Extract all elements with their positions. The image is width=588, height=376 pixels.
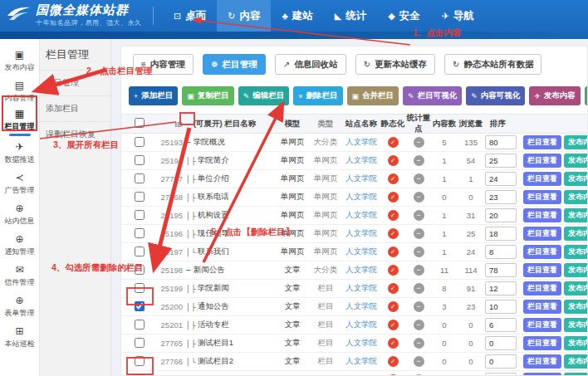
stat-off-icon[interactable]: − [414, 301, 424, 312]
static-on-icon[interactable]: ✓ [388, 356, 399, 367]
submenu-item-误删栏目恢复[interactable]: 误删栏目恢复 [40, 121, 110, 147]
sort-input[interactable] [485, 245, 517, 259]
row-site-link[interactable]: 人文学院 [342, 210, 380, 221]
栏目查看-button[interactable]: 栏目查看 [523, 354, 561, 369]
发布内容-button[interactable]: 发布内容 [564, 135, 588, 149]
column-name[interactable]: 联系电话 [198, 192, 229, 203]
sort-input[interactable] [485, 300, 517, 314]
column-name[interactable]: 学院概况 [194, 137, 225, 148]
nav-item-导航[interactable]: ✈导航 [431, 0, 485, 32]
sort-input[interactable] [485, 373, 517, 376]
static-on-icon[interactable]: ✓ [388, 228, 399, 239]
collapse-icon[interactable]: − [186, 266, 191, 275]
sidebar-item-数据推送[interactable]: ✈数据推送 [0, 138, 40, 168]
row-site-link[interactable]: 人文学院 [342, 247, 380, 257]
row-checkbox[interactable] [135, 210, 145, 220]
stat-off-icon[interactable]: − [414, 320, 424, 330]
发布内容-button[interactable]: 发布内容 [564, 373, 588, 376]
删除栏目-button[interactable]: ×删除栏目 [293, 86, 342, 105]
sort-input[interactable] [485, 172, 517, 186]
column-name[interactable]: 学院新闻 [198, 283, 229, 294]
sidebar-item-表单管理[interactable]: ⊕表单管理 [0, 291, 40, 322]
栏目查看-button[interactable]: 栏目查看 [523, 172, 561, 186]
发布内容-button[interactable]: 发布内容 [564, 245, 588, 259]
sidebar-item-栏目管理[interactable]: ▦栏目管理 [0, 107, 40, 138]
row-checkbox[interactable] [135, 283, 145, 293]
sidebar-item-通知管理[interactable]: ⊕通知管理 [0, 230, 40, 261]
发布内容-button[interactable]: 发布内容 [564, 336, 588, 350]
栏目查看-button[interactable]: 栏目查看 [523, 208, 561, 222]
static-on-icon[interactable]: ✓ [388, 210, 399, 221]
static-on-icon[interactable]: ✓ [388, 320, 399, 330]
stat-off-icon[interactable]: − [414, 283, 424, 294]
collapse-all-icon[interactable]: − [186, 120, 191, 129]
column-name[interactable]: 活动专栏 [198, 320, 229, 330]
static-on-icon[interactable]: ✓ [388, 283, 399, 294]
column-name[interactable]: 单位介绍 [198, 173, 229, 184]
内容可视化-button[interactable]: ✎内容可视化 [466, 86, 525, 105]
sidebar-item-发布内容[interactable]: ▣发布内容 [0, 46, 40, 76]
栏目查看-button[interactable]: 栏目查看 [523, 263, 561, 277]
submenu-item-栏目管理[interactable]: 栏目管理 [40, 70, 110, 95]
编辑栏目-button[interactable]: ✎编辑栏目 [238, 86, 290, 105]
tab-内容管理[interactable]: ≡内容管理 [133, 54, 194, 75]
发布内容-button[interactable]: 发布内容 [564, 263, 588, 277]
nav-item-建站[interactable]: ♣建站 [271, 0, 323, 32]
sort-input[interactable] [485, 135, 517, 149]
stat-off-icon[interactable]: − [414, 228, 424, 239]
sort-input[interactable] [485, 336, 517, 350]
row-site-link[interactable]: 人文学院 [342, 301, 380, 312]
stat-off-icon[interactable]: − [414, 210, 424, 221]
row-site-link[interactable]: 人文学院 [342, 320, 380, 330]
row-site-link[interactable]: 人文学院 [342, 192, 380, 203]
stat-off-icon[interactable]: − [414, 247, 424, 257]
row-checkbox[interactable] [135, 356, 145, 366]
column-name[interactable]: 机构设置 [198, 210, 229, 221]
row-checkbox[interactable] [135, 192, 145, 202]
column-name[interactable]: 联系我们 [198, 247, 229, 257]
stat-off-icon[interactable]: − [414, 192, 424, 203]
select-all-checkbox[interactable] [135, 118, 145, 128]
栏目查看-button[interactable]: 栏目查看 [523, 318, 561, 332]
栏目查看-button[interactable]: 栏目查看 [523, 245, 561, 259]
nav-item-统计[interactable]: ◣统计 [324, 0, 377, 32]
复制栏目-button[interactable]: ▣复制栏目 [182, 86, 234, 105]
sort-input[interactable] [485, 227, 517, 241]
查看动态-button[interactable]: ⊙查看动态 [585, 86, 588, 105]
row-site-link[interactable]: 人文学院 [342, 356, 380, 367]
sidebar-item-广告管理[interactable]: ≺广告管理 [0, 168, 40, 199]
sort-input[interactable] [485, 208, 517, 222]
stat-off-icon[interactable]: − [414, 265, 424, 276]
sidebar-item-本站巡检[interactable]: ⊞本站巡检 [0, 322, 40, 353]
row-checkbox[interactable] [135, 228, 145, 238]
sort-input[interactable] [485, 281, 517, 295]
row-checkbox[interactable] [135, 301, 145, 311]
column-name[interactable]: 现任领导 [198, 228, 229, 239]
static-on-icon[interactable]: ✓ [388, 338, 399, 349]
static-on-icon[interactable]: ✓ [388, 247, 399, 257]
static-on-icon[interactable]: ✓ [388, 192, 399, 203]
submenu-item-添加栏目[interactable]: 添加栏目 [40, 95, 110, 121]
row-site-link[interactable]: 人文学院 [342, 173, 380, 184]
column-name[interactable]: 测试栏目2 [198, 356, 233, 367]
sort-input[interactable] [485, 354, 517, 369]
static-on-icon[interactable]: ✓ [388, 137, 399, 148]
row-checkbox[interactable] [135, 247, 145, 256]
发布内容-button[interactable]: 发布内容 [564, 190, 588, 204]
sidebar-item-站内信息[interactable]: ⊕站内信息 [0, 199, 40, 230]
tab-静态本站所有数据[interactable]: ↻静态本站所有数据 [444, 54, 541, 75]
合并栏目-button[interactable]: ▣合并栏目 [347, 86, 399, 105]
栏目查看-button[interactable]: 栏目查看 [523, 154, 561, 168]
发布内容-button[interactable]: 发布内容 [564, 354, 588, 369]
栏目查看-button[interactable]: 栏目查看 [523, 227, 561, 241]
sidebar-item-信件管理[interactable]: ✉信件管理 [0, 261, 40, 291]
row-checkbox[interactable] [135, 265, 145, 275]
row-checkbox[interactable] [135, 137, 145, 147]
column-name[interactable]: 测试栏目1 [198, 338, 233, 349]
stat-off-icon[interactable]: − [414, 173, 424, 184]
stat-off-icon[interactable]: − [414, 338, 424, 349]
sort-input[interactable] [485, 154, 517, 168]
发布内容-button[interactable]: 发布内容 [564, 227, 588, 241]
column-name[interactable]: 学院简介 [198, 155, 229, 166]
row-site-link[interactable]: 人文学院 [342, 283, 380, 294]
